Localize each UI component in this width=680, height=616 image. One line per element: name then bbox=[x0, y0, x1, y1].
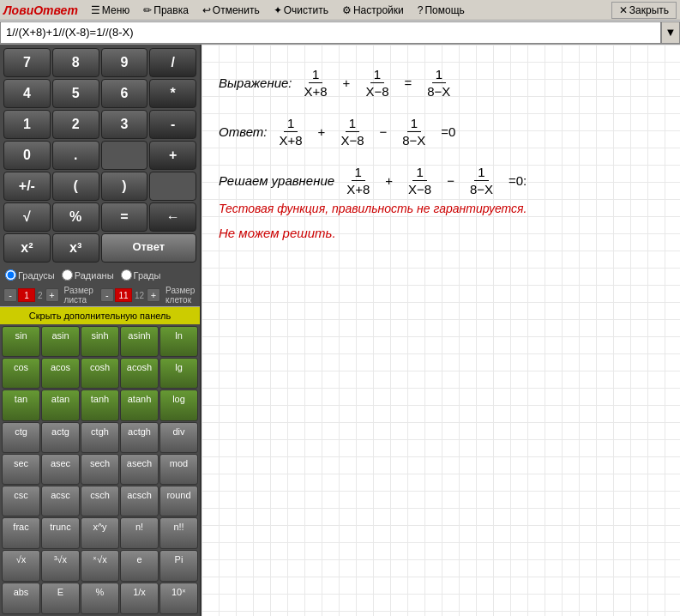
btn-pct[interactable]: % bbox=[81, 583, 119, 614]
btn-sqrt[interactable]: √ bbox=[3, 202, 51, 232]
btn-atan[interactable]: atan bbox=[41, 390, 80, 420]
btn-atanh[interactable]: atanh bbox=[120, 390, 159, 420]
btn-sqrtx[interactable]: √x bbox=[2, 550, 40, 582]
btn-lparen[interactable]: ( bbox=[52, 172, 99, 201]
btn-div[interactable]: div bbox=[159, 422, 198, 453]
btn-mod[interactable]: mod bbox=[159, 454, 198, 485]
btn-tanh[interactable]: tanh bbox=[81, 390, 119, 420]
btn-sin[interactable]: sin bbox=[2, 326, 40, 357]
btn-csc[interactable]: csc bbox=[2, 486, 40, 516]
help-icon: ? bbox=[418, 4, 424, 16]
btn-plus[interactable]: + bbox=[149, 141, 196, 170]
btn-csch[interactable]: csch bbox=[81, 486, 119, 516]
btn-answer[interactable]: Ответ bbox=[101, 233, 197, 263]
btn-equals[interactable]: = bbox=[101, 202, 148, 232]
btn-double-factorial[interactable]: n!! bbox=[159, 517, 198, 548]
menu-item-undo[interactable]: ↩ Отменить bbox=[196, 2, 266, 19]
btn-asinh[interactable]: asinh bbox=[120, 326, 159, 357]
btn-e[interactable]: e bbox=[120, 550, 159, 582]
btn-abs[interactable]: abs bbox=[2, 583, 40, 614]
cell-size-group: - 11 12 + bbox=[100, 288, 160, 302]
btn-acosh[interactable]: acosh bbox=[120, 358, 159, 389]
angle-degrees[interactable]: Градусы bbox=[5, 269, 55, 281]
btn-frac[interactable]: frac bbox=[2, 517, 40, 548]
btn-divide[interactable]: / bbox=[149, 48, 196, 77]
btn-asin[interactable]: asin bbox=[41, 326, 80, 357]
cell-size-plus[interactable]: + bbox=[147, 288, 160, 302]
dropdown-button[interactable]: ▼ bbox=[661, 21, 680, 44]
btn-multiply[interactable]: * bbox=[149, 79, 196, 108]
btn-nthrtx[interactable]: ˣ√x bbox=[81, 550, 119, 582]
btn-acos[interactable]: acos bbox=[41, 358, 80, 389]
btn-1[interactable]: 1 bbox=[3, 110, 51, 139]
btn-5[interactable]: 5 bbox=[52, 79, 99, 108]
expression-input[interactable] bbox=[0, 21, 661, 44]
btn-9[interactable]: 9 bbox=[101, 48, 148, 77]
btn-8[interactable]: 8 bbox=[52, 48, 99, 77]
frac-2: 1 X−8 bbox=[362, 67, 392, 99]
btn-percent[interactable]: % bbox=[52, 202, 99, 232]
menu-item-clear[interactable]: ✦ Очистить bbox=[268, 2, 334, 19]
btn-6[interactable]: 6 bbox=[101, 79, 148, 108]
angle-grads[interactable]: Грады bbox=[121, 269, 161, 281]
btn-lg[interactable]: lg bbox=[159, 358, 198, 389]
btn-cosh[interactable]: cosh bbox=[81, 358, 119, 389]
btn-x2[interactable]: x² bbox=[3, 233, 51, 263]
btn-x3[interactable]: x³ bbox=[52, 233, 99, 263]
btn-sec[interactable]: sec bbox=[2, 454, 40, 485]
btn-plusminus[interactable]: +/- bbox=[3, 172, 51, 201]
page-size-plus[interactable]: + bbox=[45, 288, 59, 302]
btn-factorial[interactable]: n! bbox=[120, 517, 159, 548]
btn-minus[interactable]: - bbox=[149, 110, 196, 139]
toggle-panel-button[interactable]: Скрыть дополнительную панель bbox=[0, 306, 200, 324]
cell-size-next: 12 bbox=[135, 291, 144, 300]
btn-asech[interactable]: asech bbox=[120, 454, 159, 485]
btn-bigE[interactable]: E bbox=[41, 583, 80, 614]
frac-3: 1 8−X bbox=[424, 67, 454, 99]
btn-log[interactable]: log bbox=[159, 390, 198, 420]
menu-item-edit[interactable]: ✏ Правка bbox=[137, 2, 195, 19]
btn-round[interactable]: round bbox=[159, 486, 198, 516]
page-size-minus[interactable]: - bbox=[3, 288, 17, 302]
btn-cos[interactable]: cos bbox=[2, 358, 40, 389]
btn-ctgh[interactable]: ctgh bbox=[81, 422, 119, 453]
btn-ctg[interactable]: ctg bbox=[2, 422, 40, 453]
btn-10x[interactable]: 10ˣ bbox=[159, 583, 198, 614]
btn-rparen[interactable]: ) bbox=[101, 172, 148, 201]
btn-asec[interactable]: asec bbox=[41, 454, 80, 485]
expression-section: Выражение: 1 X+8 + 1 X−8 = 1 8−X bbox=[219, 67, 663, 99]
btn-pi[interactable]: Pi bbox=[159, 550, 198, 582]
btn-empty1 bbox=[101, 141, 148, 170]
btn-sech[interactable]: sech bbox=[81, 454, 119, 485]
close-button[interactable]: ✕ Закрыть bbox=[611, 2, 677, 19]
btn-dot[interactable]: . bbox=[52, 141, 99, 170]
angle-radians[interactable]: Радианы bbox=[62, 269, 114, 281]
btn-2[interactable]: 2 bbox=[52, 110, 99, 139]
btn-actgh[interactable]: actgh bbox=[120, 422, 159, 453]
menu-item-help[interactable]: ? Помощь bbox=[412, 2, 471, 19]
menu-item-menu[interactable]: ☰ Меню bbox=[85, 2, 135, 19]
btn-sinh[interactable]: sinh bbox=[81, 326, 119, 357]
btn-actg[interactable]: actg bbox=[41, 422, 80, 453]
btn-xpowy[interactable]: x^y bbox=[81, 517, 119, 548]
angle-selector: Градусы Радианы Грады bbox=[0, 266, 200, 284]
cell-size-minus[interactable]: - bbox=[100, 288, 114, 302]
menu-item-settings[interactable]: ⚙ Настройки bbox=[336, 2, 410, 19]
page-size-label: Размер листа bbox=[64, 286, 93, 305]
answer-math: 1 X+8 + 1 X−8 − 1 8−X =0 bbox=[274, 116, 460, 148]
btn-7[interactable]: 7 bbox=[3, 48, 51, 77]
btn-tan[interactable]: tan bbox=[2, 390, 40, 420]
btn-0[interactable]: 0 bbox=[3, 141, 51, 170]
btn-4[interactable]: 4 bbox=[3, 79, 51, 108]
btn-backspace[interactable]: ← bbox=[149, 202, 196, 232]
btn-invx[interactable]: 1/x bbox=[120, 583, 159, 614]
btn-cbrtx[interactable]: ³√x bbox=[41, 550, 80, 582]
solve-frac-3: 1 8−X bbox=[466, 165, 496, 196]
btn-3[interactable]: 3 bbox=[101, 110, 148, 139]
menu-icon: ☰ bbox=[91, 4, 100, 16]
btn-ln[interactable]: ln bbox=[159, 326, 198, 357]
btn-acsc[interactable]: acsc bbox=[41, 486, 80, 516]
btn-acsch[interactable]: acsch bbox=[120, 486, 159, 516]
btn-trunc[interactable]: trunc bbox=[41, 517, 80, 548]
solve-label: Решаем уравнение bbox=[219, 173, 334, 188]
